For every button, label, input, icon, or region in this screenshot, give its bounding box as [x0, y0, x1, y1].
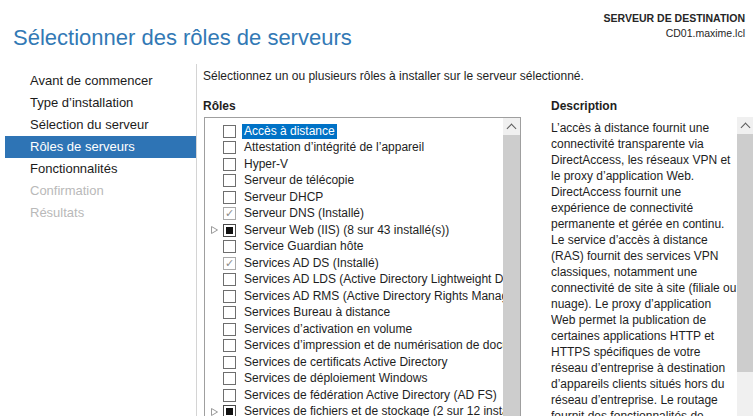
role-checkbox[interactable] — [223, 174, 236, 187]
role-checkbox[interactable] — [223, 125, 236, 138]
checkmark-icon: ✓ — [225, 258, 234, 269]
role-checkbox[interactable] — [223, 306, 236, 319]
roles-list: Accès à distanceAttestation d’intégrité … — [205, 118, 503, 416]
role-row-hyper-v[interactable]: Hyper-V — [205, 156, 503, 173]
scrollbar-thumb[interactable] — [737, 134, 753, 372]
role-label[interactable]: Accès à distance — [242, 124, 337, 139]
sidebar-item-type-d-installation[interactable]: Type d’installation — [5, 92, 196, 114]
destination-server-name: CD01.maxime.lcl — [604, 26, 745, 41]
destination-server-block: SERVEUR DE DESTINATION CD01.maxime.lcl — [604, 11, 745, 41]
scroll-up-button[interactable] — [503, 118, 520, 134]
role-row-services-ad-lds-active-directory-lightwe[interactable]: Services AD LDS (Active Directory Lightw… — [205, 272, 503, 289]
role-checkbox[interactable] — [223, 389, 236, 402]
sidebar-item-selection-du-serveur[interactable]: Sélection du serveur — [5, 114, 196, 136]
role-label[interactable]: Services d’impression et de numérisation… — [242, 338, 503, 353]
role-row-serveur-web-iis-8-sur-43-installe-s[interactable]: Serveur Web (IIS) (8 sur 43 installé(s)) — [205, 222, 503, 239]
role-row-acces-a-distance[interactable]: Accès à distance — [205, 123, 503, 140]
role-label[interactable]: Services AD RMS (Active Directory Rights… — [242, 289, 503, 304]
role-checkbox[interactable] — [223, 273, 236, 286]
instruction-text: Sélectionnez un ou plusieurs rôles à ins… — [203, 69, 584, 83]
roles-list-scrollbar[interactable] — [503, 118, 520, 416]
role-description-text: L’accès à distance fournit une connectiv… — [551, 120, 737, 416]
role-checkbox[interactable] — [223, 339, 236, 352]
expand-triangle-icon[interactable] — [210, 407, 223, 416]
sidebar-item-roles-de-serveurs[interactable]: Rôles de serveurs — [5, 136, 196, 158]
role-checkbox[interactable] — [223, 141, 236, 154]
role-checkbox[interactable] — [223, 224, 236, 237]
role-checkbox[interactable] — [223, 191, 236, 204]
role-label[interactable]: Serveur DHCP — [242, 190, 325, 205]
role-row-serveur-dns-installe[interactable]: ✓Serveur DNS (Installé) — [205, 206, 503, 223]
page-title: Sélectionner des rôles de serveurs — [13, 25, 352, 51]
role-label[interactable]: Services de certificats Active Directory — [242, 355, 449, 370]
description-scrollbar[interactable] — [737, 117, 753, 416]
sidebar-item-confirmation: Confirmation — [5, 180, 196, 202]
role-checkbox[interactable] — [223, 158, 236, 171]
role-row-services-de-deploiement-windows[interactable]: Services de déploiement Windows — [205, 371, 503, 388]
roles-listbox[interactable]: Accès à distanceAttestation d’intégrité … — [204, 117, 521, 416]
role-row-services-ad-rms-active-directory-rights-[interactable]: Services AD RMS (Active Directory Rights… — [205, 288, 503, 305]
scroll-up-button[interactable] — [737, 117, 753, 133]
role-checkbox[interactable] — [223, 372, 236, 385]
role-row-serveur-de-telecopie[interactable]: Serveur de télécopie — [205, 173, 503, 190]
checkmark-icon: ✓ — [225, 208, 234, 219]
role-label[interactable]: Services de fédération Active Directory … — [242, 388, 499, 403]
destination-server-label: SERVEUR DE DESTINATION — [604, 11, 745, 26]
sidebar-item-avant-de-commencer[interactable]: Avant de commencer — [5, 70, 196, 92]
role-label[interactable]: Serveur DNS (Installé) — [242, 206, 366, 221]
roles-column-header: Rôles — [203, 99, 236, 113]
role-row-service-guardian-hote[interactable]: Service Guardian hôte — [205, 239, 503, 256]
role-checkbox[interactable]: ✓ — [223, 257, 236, 270]
role-row-services-d-activation-en-volume[interactable]: Services d’activation en volume — [205, 321, 503, 338]
role-label[interactable]: Services d’activation en volume — [242, 322, 414, 337]
role-label[interactable]: Services de déploiement Windows — [242, 371, 429, 386]
sidebar-item-fonctionnalites[interactable]: Fonctionnalités — [5, 158, 196, 180]
sidebar-divider — [196, 64, 197, 416]
sidebar-item-resultats: Résultats — [5, 202, 196, 224]
role-checkbox[interactable] — [223, 290, 236, 303]
role-label[interactable]: Service Guardian hôte — [242, 239, 365, 254]
description-column-header: Description — [551, 99, 617, 113]
chevron-up-icon — [507, 124, 517, 134]
role-checkbox[interactable] — [223, 356, 236, 369]
role-checkbox[interactable]: ✓ — [223, 207, 236, 220]
scrollbar-thumb[interactable] — [503, 135, 520, 416]
role-label[interactable]: Services Bureau à distance — [242, 305, 392, 320]
role-label[interactable]: Hyper-V — [242, 157, 290, 172]
role-row-services-ad-ds-installe[interactable]: ✓Services AD DS (Installé) — [205, 255, 503, 272]
role-row-services-de-fichiers-et-de-stockage-2-su[interactable]: Services de fichiers et de stockage (2 s… — [205, 404, 503, 416]
role-label[interactable]: Services AD DS (Installé) — [242, 256, 381, 271]
role-row-services-de-certificats-active-directory[interactable]: Services de certificats Active Directory — [205, 354, 503, 371]
indeterminate-square-icon — [226, 227, 233, 234]
role-row-services-bureau-a-distance[interactable]: Services Bureau à distance — [205, 305, 503, 322]
role-row-services-de-federation-active-directory-[interactable]: Services de fédération Active Directory … — [205, 387, 503, 404]
role-label[interactable]: Serveur de télécopie — [242, 173, 356, 188]
role-label[interactable]: Services AD LDS (Active Directory Lightw… — [242, 272, 503, 287]
chevron-up-icon — [741, 123, 751, 133]
role-checkbox[interactable] — [223, 323, 236, 336]
role-row-attestation-d-integrite-de-l-appareil[interactable]: Attestation d’intégrité de l’appareil — [205, 140, 503, 157]
role-checkbox[interactable] — [223, 240, 236, 253]
role-row-serveur-dhcp[interactable]: Serveur DHCP — [205, 189, 503, 206]
expand-triangle-icon[interactable] — [210, 225, 223, 235]
role-row-services-d-impression-et-de-numerisation[interactable]: Services d’impression et de numérisation… — [205, 338, 503, 355]
role-label[interactable]: Serveur Web (IIS) (8 sur 43 installé(s)) — [242, 223, 451, 238]
role-label[interactable]: Services de fichiers et de stockage (2 s… — [242, 404, 503, 416]
role-label[interactable]: Attestation d’intégrité de l’appareil — [242, 140, 426, 155]
indeterminate-square-icon — [226, 408, 233, 415]
role-checkbox[interactable] — [223, 405, 236, 416]
wizard-steps-sidebar: Avant de commencerType d’installationSél… — [0, 70, 196, 224]
